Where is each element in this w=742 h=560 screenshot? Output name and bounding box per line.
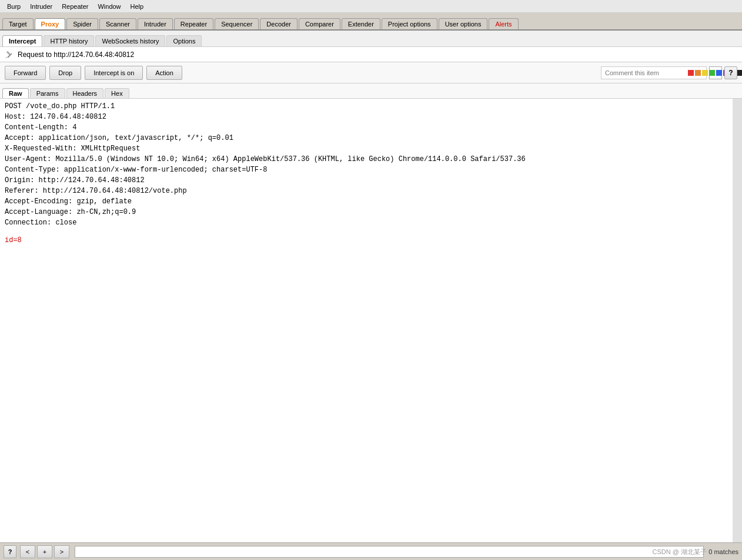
http-headers: POST /vote_do.php HTTP/1.1 Host: 124.70.…: [5, 101, 728, 228]
action-button[interactable]: Action: [146, 66, 182, 80]
tab-intruder[interactable]: Intruder: [138, 18, 173, 29]
pencil-icon: [5, 50, 14, 59]
tab-decoder[interactable]: Decoder: [260, 18, 298, 29]
tab-repeater[interactable]: Repeater: [174, 18, 213, 29]
nav-next-button[interactable]: >: [54, 545, 69, 558]
tab-extender[interactable]: Extender: [342, 18, 380, 29]
tab-headers[interactable]: Headers: [66, 88, 104, 98]
svg-marker-1: [5, 57, 7, 58]
menu-window[interactable]: Window: [93, 2, 125, 11]
tab-sequencer[interactable]: Sequencer: [215, 18, 259, 29]
sub-tab-bar: Intercept HTTP history WebSockets histor…: [0, 31, 742, 47]
bottom-help-button[interactable]: ?: [4, 545, 16, 558]
tab-proxy[interactable]: Proxy: [35, 18, 66, 29]
request-info-bar: Request to http://124.70.64.48:40812: [0, 47, 742, 62]
menu-help[interactable]: Help: [126, 2, 149, 11]
nav-add-button[interactable]: +: [37, 545, 52, 558]
intercept-toggle-button[interactable]: Intercept is on: [85, 66, 143, 80]
content-tab-bar: Raw Params Headers Hex: [0, 83, 742, 99]
tab-scanner[interactable]: Scanner: [99, 18, 136, 29]
tab-hex[interactable]: Hex: [105, 88, 129, 98]
tab-http-history[interactable]: HTTP history: [44, 35, 94, 46]
tab-comparer[interactable]: Comparer: [299, 18, 340, 29]
menu-repeater[interactable]: Repeater: [57, 2, 93, 11]
tab-alerts[interactable]: Alerts: [489, 18, 518, 29]
bottom-bar: ? < + > 0 matches: [0, 542, 742, 559]
forward-button[interactable]: Forward: [5, 66, 46, 80]
request-info-text: Request to http://124.70.64.48:40812: [18, 51, 134, 59]
menu-intruder[interactable]: Intruder: [25, 2, 57, 11]
color-picker-button[interactable]: [709, 66, 722, 79]
svg-rect-2: [6, 51, 11, 55]
menu-burp[interactable]: Burp: [2, 2, 25, 11]
tab-params[interactable]: Params: [30, 88, 65, 98]
tab-intercept[interactable]: Intercept: [2, 35, 42, 46]
tab-raw[interactable]: Raw: [2, 88, 29, 98]
tab-target[interactable]: Target: [2, 18, 34, 29]
request-content-area[interactable]: POST /vote_do.php HTTP/1.1 Host: 124.70.…: [0, 99, 742, 559]
search-input[interactable]: [75, 546, 704, 558]
menu-bar: Burp Intruder Repeater Window Help: [0, 0, 742, 13]
main-tab-bar: Target Proxy Spider Scanner Intruder Rep…: [0, 13, 742, 31]
action-bar: Forward Drop Intercept is on Action ?: [0, 62, 742, 83]
http-body: id=8: [5, 235, 728, 246]
matches-label: 0 matches: [708, 548, 738, 555]
tab-project-options[interactable]: Project options: [382, 18, 437, 29]
help-button[interactable]: ?: [724, 66, 737, 79]
content-wrapper: POST /vote_do.php HTTP/1.1 Host: 124.70.…: [0, 99, 742, 559]
nav-back-button[interactable]: <: [20, 545, 35, 558]
watermark: CSDN @ 湖北某子: [653, 548, 707, 556]
tab-spider[interactable]: Spider: [66, 18, 98, 29]
drop-button[interactable]: Drop: [49, 66, 81, 80]
tab-websockets-history[interactable]: WebSockets history: [95, 35, 165, 46]
tab-user-options[interactable]: User options: [439, 18, 488, 29]
tab-options[interactable]: Options: [166, 35, 202, 46]
